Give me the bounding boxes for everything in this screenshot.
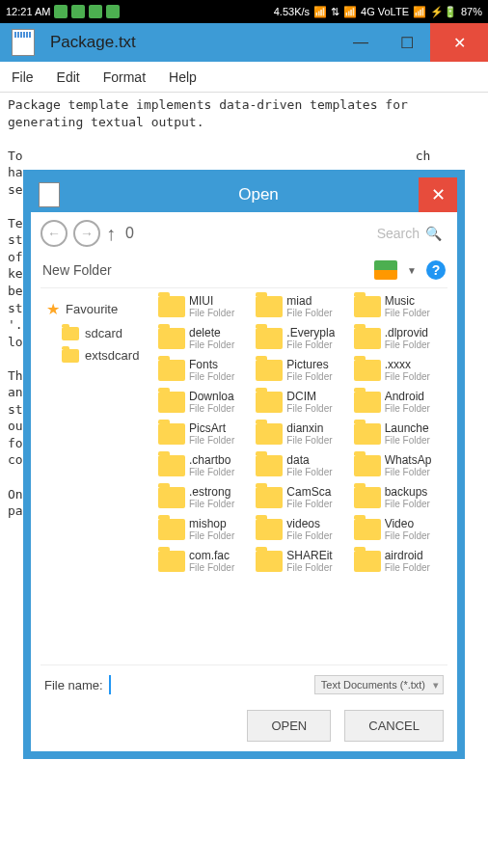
folder-icon [158, 519, 185, 540]
folder-item[interactable]: mishopFile Folder [156, 515, 252, 543]
folder-item[interactable]: SHAREitFile Folder [254, 547, 349, 575]
folder-item[interactable]: WhatsApFile Folder [352, 451, 447, 479]
folder-item[interactable]: .chartboFile Folder [156, 451, 252, 479]
path-input[interactable] [122, 221, 366, 246]
folder-item[interactable]: PicturesFile Folder [254, 356, 349, 384]
folder-icon [256, 519, 283, 540]
folder-icon [256, 455, 283, 476]
folder-item[interactable]: CamScaFile Folder [254, 483, 349, 511]
search-box[interactable]: Search 🔍 [371, 226, 447, 241]
folder-type: File Folder [189, 530, 234, 541]
folder-item[interactable]: .xxxxFile Folder [352, 356, 447, 384]
folder-name: Music [385, 294, 430, 308]
new-folder-button[interactable]: New Folder [42, 262, 112, 278]
folder-item[interactable]: MusicFile Folder [352, 292, 447, 320]
folder-type: File Folder [286, 371, 332, 382]
sidebar-item-sdcard[interactable]: sdcard [44, 322, 152, 344]
filename-input[interactable] [109, 675, 309, 694]
app-icon-4 [106, 5, 120, 18]
folder-item[interactable]: VideoFile Folder [352, 515, 447, 543]
favourite-label: Favourite [66, 302, 118, 316]
folder-name: data [286, 453, 332, 467]
folder-type: File Folder [385, 499, 430, 509]
folder-name: airdroid [385, 549, 430, 562]
folder-name: Fonts [189, 358, 234, 371]
dialog-title: Open [68, 185, 449, 204]
data-icon: ⇅ [331, 6, 339, 18]
sidebar-item-extsdcard[interactable]: extsdcard [44, 344, 152, 366]
folder-icon [354, 328, 381, 349]
folder-name: dianxin [286, 421, 332, 435]
menu-edit[interactable]: Edit [57, 69, 80, 85]
folder-name: .xxxx [385, 358, 430, 371]
folder-icon [158, 455, 185, 476]
notepad-icon [39, 182, 60, 207]
folder-name: backups [385, 485, 430, 499]
folder-item[interactable]: deleteFile Folder [156, 324, 252, 352]
folder-type: File Folder [189, 371, 234, 382]
folder-item[interactable]: PicsArtFile Folder [156, 420, 252, 448]
folder-item[interactable]: AndroidFile Folder [352, 388, 447, 416]
window-title: Package.txt [50, 33, 338, 52]
back-button[interactable]: ← [41, 220, 68, 247]
button-row: OPEN CANCEL [41, 706, 447, 744]
folder-name: CamSca [286, 485, 332, 499]
sidebar-label: sdcard [85, 326, 122, 340]
folder-item[interactable]: dianxinFile Folder [254, 420, 349, 448]
folder-item[interactable]: DownloaFile Folder [156, 388, 252, 416]
folder-item[interactable]: LauncheFile Folder [352, 420, 447, 448]
folder-icon [158, 360, 185, 381]
folder-item[interactable]: dataFile Folder [254, 451, 349, 479]
folder-name: com.fac [189, 549, 234, 562]
battery-percent: 87% [461, 6, 482, 17]
minimize-button[interactable]: — [338, 23, 384, 62]
dialog-close-button[interactable]: ✕ [419, 177, 457, 212]
maximize-button[interactable]: ☐ [384, 23, 430, 62]
filetype-select[interactable]: Text Documents (*.txt) [314, 675, 444, 694]
favourite-item[interactable]: ★ Favourite [44, 296, 152, 322]
folder-item[interactable]: airdroidFile Folder [352, 547, 447, 575]
nav-row: ← → ↑ Search 🔍 [41, 220, 447, 247]
close-button[interactable]: ✕ [430, 23, 488, 62]
battery-icon: ⚡🔋 [430, 6, 457, 18]
folder-item[interactable]: FontsFile Folder [156, 356, 252, 384]
folder-name: Launche [385, 421, 430, 435]
view-dropdown-icon[interactable]: ▼ [407, 265, 417, 276]
menu-help[interactable]: Help [169, 69, 197, 85]
folder-item[interactable]: backupsFile Folder [352, 483, 447, 511]
folder-type: File Folder [385, 435, 430, 446]
folder-name: delete [189, 326, 234, 339]
file-grid: MIUIFile FoldermiadFile FolderMusicFile … [156, 288, 447, 665]
folder-icon [354, 360, 381, 381]
folder-name: miad [286, 294, 332, 308]
folder-item[interactable]: miadFile Folder [254, 292, 349, 320]
folder-item[interactable]: MIUIFile Folder [156, 292, 252, 320]
folder-item[interactable]: .estrongFile Folder [156, 483, 252, 511]
help-icon[interactable]: ? [426, 260, 446, 280]
folder-name: .estrong [189, 485, 234, 499]
folder-name: .chartbo [189, 453, 234, 467]
folder-icon [158, 423, 185, 445]
view-icon[interactable] [374, 260, 397, 280]
folder-type: File Folder [286, 562, 332, 573]
forward-button[interactable]: → [73, 220, 100, 247]
folder-name: Android [385, 390, 430, 403]
up-button[interactable]: ↑ [106, 223, 116, 245]
folder-type: File Folder [385, 371, 430, 382]
folder-item[interactable]: videosFile Folder [254, 515, 349, 543]
folder-type: File Folder [385, 530, 430, 541]
folder-icon [354, 519, 381, 540]
folder-icon [354, 296, 381, 317]
folder-item[interactable]: com.facFile Folder [156, 547, 252, 575]
folder-icon [158, 551, 185, 572]
cancel-button[interactable]: CANCEL [344, 710, 444, 742]
folder-item[interactable]: .dlprovidFile Folder [352, 324, 447, 352]
folder-name: videos [286, 517, 332, 530]
open-button[interactable]: OPEN [247, 710, 331, 742]
menu-file[interactable]: File [12, 69, 34, 85]
file-browser: ★ Favourite sdcard extsdcard MIUIFile Fo… [41, 288, 447, 665]
folder-name: MIUI [189, 294, 234, 308]
folder-item[interactable]: DCIMFile Folder [254, 388, 349, 416]
folder-item[interactable]: .EveryplaFile Folder [254, 324, 349, 352]
menu-format[interactable]: Format [103, 69, 146, 85]
